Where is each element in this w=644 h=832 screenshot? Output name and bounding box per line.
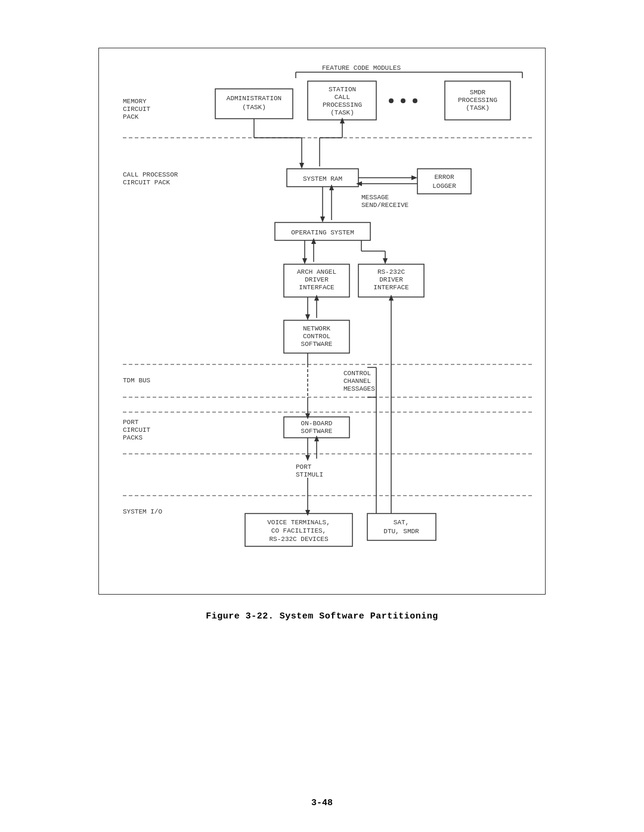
- svg-text:CO  FACILITIES,: CO FACILITIES,: [271, 527, 326, 534]
- page-number: 3-48: [311, 798, 333, 808]
- svg-text:DRIVER: DRIVER: [305, 276, 329, 283]
- svg-text:ARCH  ANGEL: ARCH ANGEL: [297, 268, 336, 276]
- svg-marker-20: [299, 163, 304, 169]
- svg-text:(TASK): (TASK): [242, 104, 266, 111]
- feature-code-modules-label: FEATURE CODE MODULES: [322, 64, 401, 72]
- svg-text:CIRCUIT  PACK: CIRCUIT PACK: [123, 179, 171, 186]
- svg-text:OPERATING  SYSTEM: OPERATING SYSTEM: [291, 229, 354, 236]
- svg-text:SEND/RECEIVE: SEND/RECEIVE: [361, 202, 409, 209]
- port-circuit-label: PORT: [123, 419, 139, 426]
- svg-text:(TASK): (TASK): [330, 109, 354, 116]
- svg-marker-29: [356, 181, 362, 186]
- port-stimuli-label: PORT: [296, 463, 312, 471]
- svg-text:MESSAGES: MESSAGES: [343, 385, 375, 392]
- svg-marker-75: [305, 455, 310, 461]
- svg-text:STATION: STATION: [329, 86, 356, 93]
- svg-text:PROCESSING: PROCESSING: [458, 97, 497, 104]
- message-label: MESSAGE: [361, 194, 389, 201]
- svg-text:SOFTWARE: SOFTWARE: [301, 341, 333, 348]
- svg-text:ERROR: ERROR: [434, 174, 454, 181]
- svg-marker-36: [329, 184, 334, 190]
- svg-text:RS-232C  DEVICES: RS-232C DEVICES: [269, 536, 328, 543]
- svg-point-12: [413, 98, 417, 103]
- svg-marker-39: [302, 258, 307, 264]
- call-processor-label: CALL PROCESSOR: [123, 171, 178, 178]
- svg-text:INTERFACE: INTERFACE: [373, 284, 409, 291]
- svg-marker-81: [305, 510, 310, 516]
- control-channel-label: CONTROL: [343, 370, 371, 377]
- svg-text:CONTROL: CONTROL: [303, 333, 330, 340]
- svg-marker-62: [305, 413, 310, 419]
- svg-marker-69: [389, 295, 394, 301]
- svg-text:CALL: CALL: [335, 94, 350, 101]
- dot1: [389, 98, 394, 103]
- svg-marker-53: [305, 314, 310, 320]
- svg-text:CIRCUIT: CIRCUIT: [123, 426, 151, 434]
- svg-marker-24: [340, 117, 345, 123]
- svg-marker-55: [314, 295, 319, 301]
- svg-text:DRIVER: DRIVER: [379, 276, 403, 283]
- svg-point-11: [401, 98, 405, 103]
- tdm-bus-label: TDM BUS: [123, 377, 151, 384]
- memory-circuit-pack-label: MEMORY: [123, 98, 147, 105]
- error-logger-box: [417, 169, 471, 194]
- svg-text:LOGGER: LOGGER: [432, 183, 456, 190]
- diagram-container: FEATURE CODE MODULES MEMORY CIRCUIT PACK…: [98, 48, 546, 595]
- svg-text:RS-232C: RS-232C: [377, 268, 405, 276]
- svg-text:ON-BOARD: ON-BOARD: [301, 420, 333, 427]
- svg-text:PACKS: PACKS: [123, 434, 143, 441]
- svg-text:SYSTEM  RAM: SYSTEM RAM: [303, 175, 342, 183]
- svg-text:PACK: PACK: [123, 113, 139, 120]
- diagram-svg: FEATURE CODE MODULES MEMORY CIRCUIT PACK…: [111, 60, 534, 579]
- system-io-label: SYSTEM I/O: [123, 508, 162, 515]
- sat-dtu-box: [367, 514, 436, 540]
- svg-text:SAT,: SAT,: [394, 519, 409, 526]
- svg-text:INTERFACE: INTERFACE: [299, 284, 335, 291]
- page: FEATURE CODE MODULES MEMORY CIRCUIT PACK…: [0, 0, 644, 832]
- svg-marker-45: [383, 258, 388, 264]
- svg-text:SMDR: SMDR: [470, 89, 486, 96]
- svg-text:NETWORK: NETWORK: [303, 325, 331, 332]
- svg-text:ADMINISTRATION: ADMINISTRATION: [227, 95, 281, 102]
- svg-text:VOICE  TERMINALS,: VOICE TERMINALS,: [267, 519, 330, 526]
- svg-marker-27: [411, 175, 417, 180]
- svg-marker-41: [311, 238, 316, 244]
- svg-text:STIMULI: STIMULI: [296, 471, 323, 478]
- svg-text:PROCESSING: PROCESSING: [323, 101, 362, 109]
- svg-text:DTU,  SMDR: DTU, SMDR: [383, 528, 419, 535]
- svg-text:CIRCUIT: CIRCUIT: [123, 106, 151, 113]
- svg-text:(TASK): (TASK): [466, 104, 490, 112]
- svg-text:CHANNEL: CHANNEL: [343, 378, 371, 385]
- svg-marker-77: [314, 435, 319, 441]
- figure-caption: Figure 3-22. System Software Partitionin…: [206, 611, 438, 621]
- svg-text:SOFTWARE: SOFTWARE: [301, 428, 333, 435]
- svg-marker-34: [320, 216, 325, 222]
